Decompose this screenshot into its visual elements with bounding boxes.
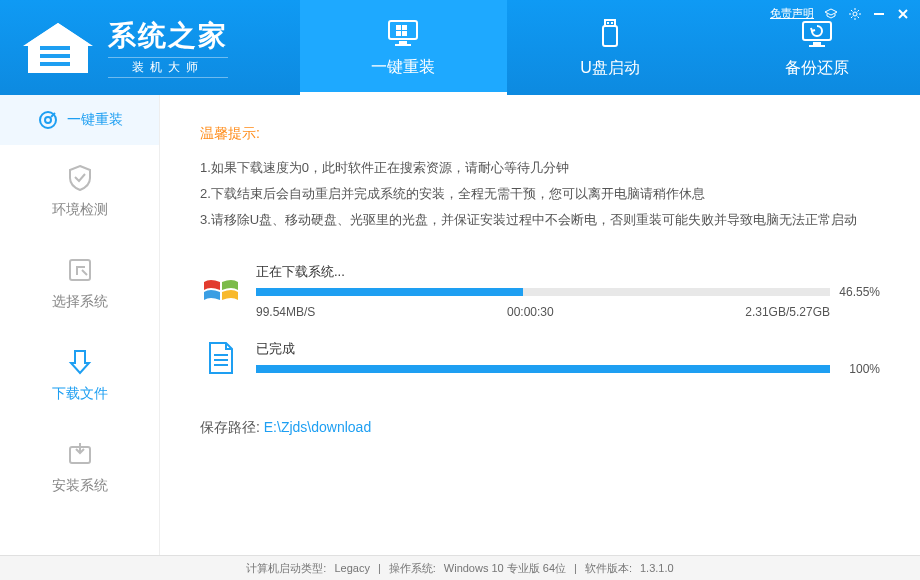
version-value: 1.3.1.0 <box>640 562 674 574</box>
sidebar-download[interactable]: 下载文件 <box>0 329 159 421</box>
download-icon <box>65 347 95 377</box>
tips-line-1: 1.如果下载速度为0，此时软件正在搜索资源，请耐心等待几分钟 <box>200 155 880 181</box>
document-icon <box>200 337 242 379</box>
windows-icon <box>200 270 242 312</box>
save-path-label: 保存路径: <box>200 419 260 435</box>
download-elapsed: 00:00:30 <box>507 305 554 319</box>
app-title: 系统之家 <box>108 17 228 55</box>
svg-rect-7 <box>399 41 407 44</box>
save-path: 保存路径: E:\Zjds\download <box>200 419 880 437</box>
header: 系统之家 装机大师 一键重装 U盘启动 备份还原 免责声明 <box>0 0 920 95</box>
complete-progress-bar <box>256 365 830 373</box>
svg-rect-14 <box>603 26 617 46</box>
download-percent: 46.55% <box>838 285 880 299</box>
sidebar-reinstall[interactable]: 一键重装 <box>0 95 159 145</box>
svg-point-25 <box>45 117 51 123</box>
download-label: 正在下载系统... <box>256 263 880 281</box>
backup-icon <box>799 16 835 52</box>
sidebar-select-sys[interactable]: 选择系统 <box>0 237 159 329</box>
download-size: 2.31GB/5.27GB <box>745 305 830 319</box>
graduation-icon[interactable] <box>824 7 838 21</box>
svg-rect-0 <box>40 46 70 50</box>
download-progress-bar <box>256 288 830 296</box>
content: 温馨提示: 1.如果下载速度为0，此时软件正在搜索资源，请耐心等待几分钟 2.下… <box>160 95 920 555</box>
svg-rect-9 <box>396 25 401 30</box>
tips-title: 温馨提示: <box>200 125 880 143</box>
complete-progress-row: 已完成 100% <box>200 337 880 379</box>
svg-rect-12 <box>402 31 407 36</box>
download-speed: 99.54MB/S <box>256 305 315 319</box>
logo-area: 系统之家 装机大师 <box>0 0 300 95</box>
monitor-icon <box>385 15 421 51</box>
window-controls: 免责声明 <box>770 6 910 21</box>
sidebar-install[interactable]: 安装系统 <box>0 421 159 513</box>
shield-icon <box>65 163 95 193</box>
svg-rect-18 <box>813 42 821 45</box>
svg-rect-8 <box>395 44 411 46</box>
logo-icon <box>18 18 98 78</box>
minimize-icon[interactable] <box>872 7 886 21</box>
boot-type-label: 计算机启动类型: <box>246 561 326 576</box>
select-icon <box>65 255 95 285</box>
version-label: 软件版本: <box>585 561 632 576</box>
usb-icon <box>592 16 628 52</box>
progress-section: 正在下载系统... 46.55% 99.54MB/S 00:00:30 2.31… <box>200 263 880 379</box>
svg-point-4 <box>81 62 84 65</box>
settings-icon[interactable] <box>848 7 862 21</box>
svg-rect-19 <box>809 45 825 47</box>
svg-rect-11 <box>396 31 401 36</box>
nav-usb-boot[interactable]: U盘启动 <box>507 0 714 95</box>
nav-reinstall-label: 一键重装 <box>371 57 435 78</box>
os-label: 操作系统: <box>389 561 436 576</box>
svg-rect-16 <box>611 22 613 24</box>
download-progress-row: 正在下载系统... 46.55% 99.54MB/S 00:00:30 2.31… <box>200 263 880 319</box>
svg-rect-15 <box>607 22 609 24</box>
complete-label: 已完成 <box>256 340 880 358</box>
svg-rect-17 <box>803 22 831 40</box>
nav-usb-label: U盘启动 <box>580 58 640 79</box>
boot-type: Legacy <box>334 562 369 574</box>
tips-line-3: 3.请移除U盘、移动硬盘、光驱里的光盘，并保证安装过程中不会断电，否则重装可能失… <box>200 207 880 233</box>
sidebar-install-label: 安装系统 <box>52 477 108 495</box>
nav-reinstall[interactable]: 一键重装 <box>300 0 507 95</box>
sidebar-reinstall-label: 一键重装 <box>67 111 123 129</box>
tips-line-2: 2.下载结束后会自动重启并完成系统的安装，全程无需干预，您可以离开电脑请稍作休息 <box>200 181 880 207</box>
sidebar-env-label: 环境检测 <box>52 201 108 219</box>
svg-point-20 <box>853 12 857 16</box>
svg-rect-26 <box>70 260 90 280</box>
app-subtitle: 装机大师 <box>108 57 228 78</box>
disclaimer-link[interactable]: 免责声明 <box>770 6 814 21</box>
complete-percent: 100% <box>838 362 880 376</box>
close-icon[interactable] <box>896 7 910 21</box>
svg-rect-2 <box>40 62 70 66</box>
nav-backup-label: 备份还原 <box>785 58 849 79</box>
sidebar: 一键重装 环境检测 选择系统 下载文件 安装系统 <box>0 95 160 555</box>
sidebar-env-check[interactable]: 环境检测 <box>0 145 159 237</box>
svg-point-5 <box>77 66 80 69</box>
sidebar-select-label: 选择系统 <box>52 293 108 311</box>
target-icon <box>37 109 59 131</box>
svg-point-3 <box>77 58 80 61</box>
body: 一键重装 环境检测 选择系统 下载文件 安装系统 温馨提示: 1.如果下载速度为… <box>0 95 920 555</box>
save-path-value[interactable]: E:\Zjds\download <box>264 419 371 435</box>
os-value: Windows 10 专业版 64位 <box>444 561 566 576</box>
sidebar-download-label: 下载文件 <box>52 385 108 403</box>
svg-rect-10 <box>402 25 407 30</box>
svg-rect-1 <box>40 54 70 58</box>
footer: 计算机启动类型: Legacy | 操作系统: Windows 10 专业版 6… <box>0 555 920 580</box>
install-icon <box>65 439 95 469</box>
